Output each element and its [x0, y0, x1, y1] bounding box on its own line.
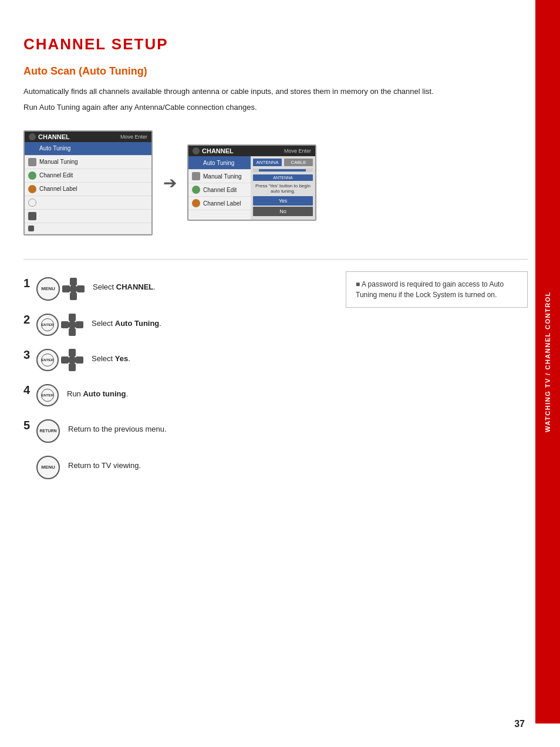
screen2-icon-3 [192, 186, 200, 194]
separator [23, 259, 528, 260]
screen1-label-4: Channel Label [39, 186, 77, 192]
screen2-icon-4 [192, 199, 200, 207]
page-title: CHANNEL SETUP [23, 35, 528, 53]
step-5-icons: RETURN [36, 419, 60, 443]
screen2-icon-1 [192, 159, 200, 167]
dialog-option-antenna: ANTENNA [253, 159, 282, 166]
step-4: 4 ENTER Run Auto tuning. [23, 384, 322, 406]
menu-label-2: MENU [41, 465, 55, 470]
screen1-icon-1 [28, 144, 36, 153]
screen2-item-channel-edit: Channel Edit [188, 183, 251, 197]
note-box: A password is required to gain access to… [346, 271, 528, 308]
enter-button-icon-4: ENTER [36, 384, 59, 406]
screen1-item-channel-label: Channel Label [25, 183, 151, 196]
dpad-center-1 [69, 285, 77, 293]
sidebar-text: WATCHING TV / CHANNEL CONTROL [544, 291, 551, 432]
dpad-right-3 [76, 356, 83, 364]
screen1-icon-3 [28, 171, 36, 180]
description-1: Automatically finds all channels availab… [23, 86, 528, 98]
dpad-icon-1 [62, 278, 85, 300]
return-button-icon: RETURN [36, 419, 60, 443]
step-4-text: Run Auto tuning. [67, 389, 128, 399]
screen1-check: ⊙ [143, 145, 148, 152]
screen1-nav: Move Enter [120, 134, 147, 140]
screen2-title: CHANNEL [202, 147, 234, 154]
dpad-icon-2 [61, 314, 83, 336]
screen2-icon-2 [192, 172, 200, 180]
screen1-icon-4 [28, 185, 36, 193]
steps-list: 1 MENU Select CHANNEL. [23, 277, 322, 492]
step-3-icons: ENTER [36, 349, 83, 371]
step-4-number: 4 [23, 384, 36, 396]
step-6-number [23, 456, 36, 467]
screens-container: CHANNEL Move Enter Auto Tuning ⊙ Manual … [23, 130, 528, 235]
screen2-menu: Auto Tuning Manual Tuning Channel Edit C… [188, 156, 251, 220]
screen1-logo-icon [29, 133, 36, 140]
screen2-nav: Move Enter [284, 148, 311, 154]
screen2-header: CHANNEL Move Enter [188, 146, 315, 156]
screen1-item-channel-edit: Channel Edit [25, 169, 151, 183]
menu-label: MENU [41, 286, 55, 291]
dpad-right-1 [77, 285, 85, 292]
screen1-icon-7 [28, 226, 34, 231]
enter-label-4: ENTER [42, 393, 53, 397]
sidebar: WATCHING TV / CHANNEL CONTROL [535, 0, 560, 724]
dialog-options: ANTENNA CABLE [253, 159, 313, 166]
screen2-body: Auto Tuning Manual Tuning Channel Edit C… [188, 156, 315, 220]
enter-inner-4: ENTER [41, 389, 54, 402]
enter-inner-3: ENTER [41, 354, 54, 366]
step-3-bold: Yes [115, 354, 128, 363]
dialog-yes-btn: Yes [253, 196, 313, 206]
dpad-right-2 [76, 321, 83, 328]
step-1-text: Select CHANNEL. [93, 282, 156, 292]
step-1-text-before: Select [93, 282, 116, 291]
screen1-item-6 [25, 210, 151, 223]
dpad-down-1 [70, 292, 77, 300]
dpad-icon-3 [61, 349, 83, 371]
screen1-item-7 [25, 223, 151, 234]
step-1-icons: MENU [36, 277, 85, 301]
dpad-center-2 [68, 321, 76, 329]
screen1-label-1: Auto Tuning [39, 145, 70, 152]
note-text: A password is required to gain access to… [356, 280, 504, 299]
description-2: Run Auto Tuning again after any Antenna/… [23, 102, 528, 114]
step-5-number: 5 [23, 419, 36, 431]
screen1-body: Auto Tuning ⊙ Manual Tuning Channel Edit… [25, 142, 151, 234]
screen2-label-1: Auto Tuning [203, 160, 234, 166]
step-3-text: Select Yes. [92, 354, 130, 364]
screen1-title: CHANNEL [38, 133, 70, 140]
tv-screen-1: CHANNEL Move Enter Auto Tuning ⊙ Manual … [23, 130, 153, 235]
step-4-bold: Auto tuning [83, 389, 126, 398]
page-number: 37 [514, 719, 525, 729]
menu-button-icon: MENU [36, 277, 60, 301]
screen2-dialog: ANTENNA CABLE ANTENNA Press 'Yes' button… [251, 156, 315, 220]
step-3: 3 ENTER Select [23, 349, 322, 371]
step-1: 1 MENU Select CHANNEL. [23, 277, 322, 301]
step-1-text-after: . [153, 282, 156, 291]
screen2-label-3: Channel Edit [203, 187, 237, 193]
enter-inner-2: ENTER [41, 318, 54, 331]
dialog-no-btn: No [253, 207, 313, 216]
step-3-number: 3 [23, 349, 36, 361]
screen2-item-manual-tuning: Manual Tuning [188, 170, 251, 183]
step-6-text: Return to TV viewing. [68, 460, 141, 471]
step-2: 2 ENTER Select [23, 314, 322, 336]
step-5: 5 RETURN Return to the previous menu. [23, 419, 322, 443]
enter-label-2: ENTER [42, 323, 53, 327]
screen1-item-manual-tuning: Manual Tuning [25, 156, 151, 169]
step-1-bold: CHANNEL [116, 282, 154, 291]
tv-screen-2: CHANNEL Move Enter Auto Tuning Manual Tu… [187, 144, 316, 221]
dialog-option-cable: CABLE [284, 159, 313, 166]
screen2-label-4: Channel Label [203, 200, 241, 207]
screen1-label-3: Channel Edit [39, 172, 73, 179]
step-6-icons: MENU [36, 456, 60, 479]
menu-button-icon-2: MENU [36, 456, 60, 479]
screen2-item-auto-tuning: Auto Tuning [188, 156, 251, 170]
step-6: MENU Return to TV viewing. [23, 456, 322, 479]
screen1-header: CHANNEL Move Enter [25, 132, 151, 142]
screen2-logo-icon [193, 147, 200, 154]
screen2-item-channel-label: Channel Label [188, 197, 251, 210]
return-label: RETURN [39, 429, 56, 433]
arrow-icon: ➔ [163, 173, 177, 193]
dpad-down-2 [69, 328, 76, 336]
